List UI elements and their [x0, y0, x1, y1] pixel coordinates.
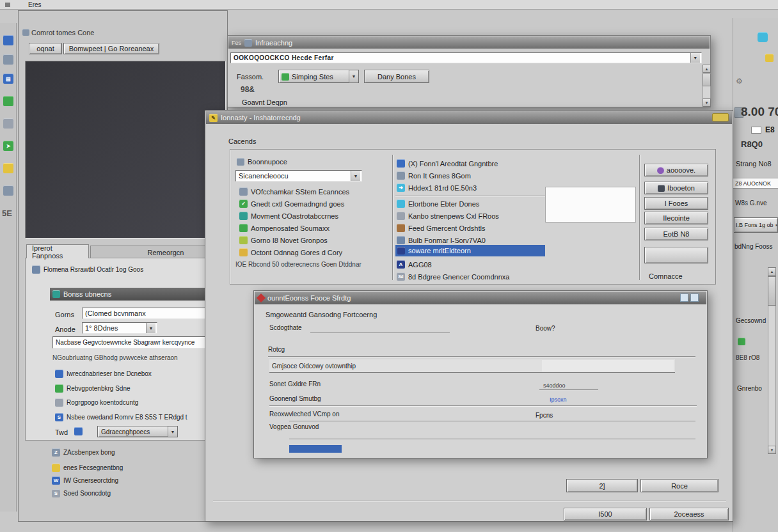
sonet-field[interactable] — [539, 382, 598, 390]
list-item[interactable]: Ron It Gnnes 8Gom — [397, 170, 471, 181]
tab-iprerot-fanpnoss[interactable]: Iprerot Fanpnoss — [26, 244, 89, 258]
glass-icon[interactable] — [758, 32, 768, 42]
list-item[interactable]: Elortbone Ebter Dones — [397, 198, 479, 209]
scroll-up-button[interactable]: ▲ — [703, 65, 711, 73]
arrow-icon[interactable]: ➤ — [3, 141, 13, 151]
scroll-down-button[interactable]: ▼ — [768, 446, 776, 454]
gnrenbo-label: Gnrenbo — [737, 385, 762, 392]
action-button[interactable]: EotB N8 — [644, 228, 708, 240]
toolbar-icon[interactable] — [3, 118, 13, 129]
chevron-down-icon[interactable]: ▼ — [690, 53, 700, 63]
list-item[interactable]: Octont Odnnag Gores d Cory — [239, 247, 342, 258]
list-item[interactable]: ➜ Hddex1 81rd 0E.50n3 — [397, 182, 477, 193]
list-item[interactable]: Feed Gmercent Ordshtls — [397, 223, 485, 233]
chevron-down-icon[interactable]: ▼ — [349, 70, 358, 82]
folder-icon[interactable] — [3, 163, 13, 173]
scroll-up-button[interactable]: ▲ — [768, 267, 776, 276]
chevron-down-icon[interactable]: ▼ — [146, 323, 155, 333]
action-button[interactable]: IIecointe — [644, 212, 708, 224]
list-item-label: Aompenosated Soumaxx — [251, 224, 329, 232]
panel-item-label: Iwrecdnabrieser bne Dcnebox — [67, 370, 152, 377]
scrollbar-thumb[interactable] — [768, 276, 776, 306]
slider-box[interactable] — [751, 127, 761, 134]
panel-item[interactable]: Rogrgpogo koentodcuntg — [55, 397, 138, 408]
empty-field[interactable] — [289, 414, 695, 421]
footer-button[interactable]: 2oceaess — [649, 508, 729, 520]
action-button[interactable]: I Fooes — [644, 197, 708, 210]
chevron-down-icon[interactable]: ▼ — [351, 171, 360, 181]
selection-highlight[interactable] — [289, 445, 342, 453]
window-icon — [244, 39, 252, 47]
twd-dropdown[interactable]: Gdraecnghpoecs ▼ — [97, 426, 178, 437]
menu-item[interactable]: Eres — [28, 1, 42, 8]
toolbar-icon[interactable] — [3, 35, 13, 45]
footer-button[interactable]: I500 — [564, 508, 647, 520]
list-item-selected[interactable]: soware mritEldteorn — [395, 245, 545, 256]
titlebar-button[interactable] — [712, 113, 729, 121]
action-button-blank[interactable] — [644, 247, 708, 263]
list-item[interactable]: enes Fecsegnentbng — [52, 462, 123, 473]
address-bar[interactable]: OOKOQOOCKCO Hecde Ferfar ▼ — [230, 52, 702, 63]
bomwpeet-button[interactable]: Bomwpeet | Go Roreaneax — [63, 43, 159, 54]
action-button[interactable]: aoooove. — [644, 164, 708, 176]
document-icon[interactable]: ▤ — [3, 74, 13, 84]
nacbase-combo[interactable]: Nacbase Gegvctoewvncke Sbagrawr kercqvyn… — [52, 336, 221, 348]
list-item[interactable]: VOfcchamkar SStem Ecannces — [239, 186, 349, 197]
list-item[interactable]: Z ZAcsbenpex bong — [52, 447, 115, 458]
list-item[interactable]: Kanbo stnenpews Cxl FRoos — [397, 210, 499, 221]
minimize-button[interactable] — [680, 293, 688, 302]
list-item-label: AGG08 — [408, 261, 432, 269]
list-item[interactable]: A AGG08 — [397, 259, 432, 270]
section-title: Bonss ubnecns — [63, 290, 111, 298]
long-field[interactable]: Gmjsoce Oidcowy ovtownthip — [269, 359, 675, 373]
toolbar-icon[interactable] — [3, 96, 13, 106]
close-button[interactable] — [690, 293, 699, 302]
dany-bones-button[interactable]: Dany Bones — [364, 70, 429, 83]
gorns-field[interactable]: (Clomed bcvnmanx — [82, 308, 212, 319]
list-item[interactable]: Movment COastrotabccrnes — [239, 210, 338, 221]
goonengl-link[interactable]: Ipsoxn — [550, 396, 567, 403]
sub-dialog-titlebar[interactable]: ounntEoonss Fooce Sfrdtg — [255, 292, 706, 304]
fons-dropdown[interactable]: I.B Fons 1g ob ▸ — [734, 217, 778, 233]
z8-row[interactable]: Z8 AUOcNOK — [733, 178, 778, 189]
toolbar-icon[interactable] — [3, 54, 13, 65]
list-item[interactable]: Gorno I8 Novet Gronpos — [239, 235, 328, 246]
panel-item[interactable]: Rebvgpotenbkrg Sdne — [55, 383, 131, 394]
scdogthate-field[interactable] — [310, 323, 450, 333]
list-item[interactable]: S Soed Sooncdotg — [52, 488, 111, 499]
list-empty-area[interactable] — [545, 187, 636, 223]
list-item-label: ZAcsbenpex bong — [63, 449, 115, 456]
empty-field[interactable] — [289, 432, 695, 439]
list-item[interactable]: Bulb Fonmar l-Sorv7VA0 — [397, 235, 486, 246]
panel-item[interactable]: Iwrecdnabrieser bne Dcnebox — [55, 368, 152, 379]
list-item-label: 8d Bdgree Gnencer Coomdnnxa — [408, 273, 509, 281]
list-item[interactable]: ✓ Gnedt cxtl Goemadngnd goes — [239, 198, 344, 209]
scrollbar-thumb[interactable] — [703, 74, 711, 86]
toolbar-icon[interactable] — [3, 185, 13, 196]
simping-stes-dropdown[interactable]: Simping Stes ▼ — [278, 70, 359, 83]
list-item[interactable]: Aompenosated Soumaxx — [239, 223, 329, 233]
pencil-icon[interactable] — [765, 54, 774, 62]
scroll-down-button[interactable]: ▼ — [703, 98, 711, 107]
panel-item[interactable]: S Nsbee owedand Romrv E8 S5S T ERdgd t — [55, 412, 187, 423]
chevron-down-icon[interactable]: ▼ — [168, 426, 177, 437]
footer-button[interactable]: Roce — [640, 479, 718, 492]
footer-button[interactable]: 2] — [566, 479, 638, 492]
list-item-label: Soed Sooncdotg — [63, 490, 111, 497]
left-list-combo[interactable]: Sicanencleoocu ▼ — [235, 170, 362, 182]
viewport-canvas[interactable] — [25, 61, 226, 239]
gear-icon[interactable]: ⚙ — [736, 77, 743, 86]
button-label: Roce — [671, 482, 688, 490]
browser-titlebar[interactable]: Fes Infraeachng — [228, 36, 710, 49]
dialog-title: Ionnasty - Inshatorrecndg — [221, 114, 301, 121]
list-item[interactable]: (X) Fonn'l Areodtat Gngntbre — [397, 158, 498, 169]
panel-top-item[interactable]: Flomena Rsrawtbl Ocatlr 1og Goos — [32, 264, 143, 275]
w8s-label: W8s G.nve — [735, 199, 766, 207]
list-item[interactable]: 8d 8d Bdgree Gnencer Coomdnnxa — [397, 271, 509, 282]
anode-combo[interactable]: 1° 8Ddnes ▼ — [82, 322, 157, 334]
title-prefix: Fes — [232, 40, 241, 46]
action-button[interactable]: Ibooeton — [644, 182, 708, 194]
oqnat-button[interactable]: oqnat — [29, 43, 62, 54]
list-item[interactable]: W IW Gcnerseorctdng — [52, 475, 118, 486]
main-dialog-titlebar[interactable]: ✎ Ionnasty - Inshatorrecndg — [206, 111, 732, 124]
